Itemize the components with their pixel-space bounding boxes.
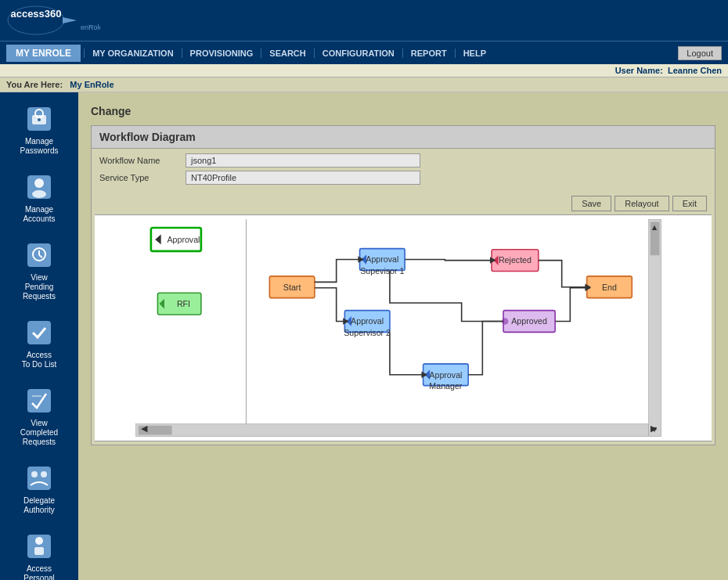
conn-sup2-mgr <box>390 332 423 374</box>
conn-start-sup2 <box>315 288 344 322</box>
view-completed-requests-label: ViewCompletedRequests <box>20 419 58 447</box>
logo-area: access360 enRole <box>6 3 100 38</box>
svg-point-19 <box>31 471 38 477</box>
approval-selected-label: Approval <box>167 235 200 244</box>
access-todo-list-icon <box>23 317 55 348</box>
scroll-right-icon[interactable]: ▶ <box>651 423 658 433</box>
breadcrumb-location[interactable]: My EnRole <box>70 80 114 89</box>
workflow-name-label: Workflow Name <box>99 156 186 165</box>
svg-point-22 <box>35 537 43 545</box>
manage-accounts-label: ManageAccounts <box>23 205 55 224</box>
rejected-label: Rejected <box>499 255 532 265</box>
scroll-left-icon[interactable]: ◀ <box>141 423 148 433</box>
navbar: MY ENROLE MY ORGANIZATION PROVISIONING S… <box>0 41 728 64</box>
view-pending-requests-icon <box>23 240 55 271</box>
sidebar-item-access-todo-list[interactable]: AccessTo Do List <box>4 312 74 374</box>
workflow-panel: Workflow Diagram Workflow Name jsong1 Se… <box>91 125 715 445</box>
manage-passwords-icon <box>23 103 55 135</box>
nav-my-organization[interactable]: MY ORGANIZATION <box>84 49 181 58</box>
logout-button[interactable]: Logout <box>678 46 722 60</box>
conn-mgr-approved <box>468 321 503 374</box>
workflow-diagram-title: Workflow Diagram <box>92 126 715 149</box>
nav-help[interactable]: HELP <box>455 49 494 58</box>
supervisor1-label: Supevisor 1 <box>360 266 404 276</box>
svg-point-10 <box>32 190 46 198</box>
username: Leanne Chen <box>668 66 722 75</box>
access-personal-info-icon <box>23 531 55 562</box>
svg-rect-18 <box>27 467 51 490</box>
save-button[interactable]: Save <box>571 196 611 211</box>
approval-sup2-label: Approval <box>351 316 384 326</box>
nav-provisioning[interactable]: PROVISIONING <box>182 49 261 58</box>
logo-svg: access360 enRole <box>6 3 100 38</box>
sidebar-item-manage-accounts[interactable]: ManageAccounts <box>4 167 74 229</box>
start-label: Start <box>283 283 301 292</box>
page-title: Change <box>91 105 715 117</box>
conn-rejected-end <box>539 261 587 287</box>
delegate-authority-label: DelegateAuthority <box>23 496 55 515</box>
svg-rect-15 <box>27 321 51 344</box>
sidebar-item-view-pending-requests[interactable]: ViewPendingRequests <box>4 235 74 306</box>
scrollbar-horizontal[interactable] <box>136 424 649 437</box>
workflow-diagram-container[interactable]: Approval RFI Start Approval Supevisor 1 <box>95 214 712 441</box>
svg-point-9 <box>34 178 44 188</box>
nav-search[interactable]: SEARCH <box>261 49 313 58</box>
manage-passwords-label: ManagePasswords <box>20 137 59 156</box>
my-enrole-tab[interactable]: MY ENROLE <box>6 45 81 62</box>
svg-marker-2 <box>63 17 77 23</box>
conn-start-sup1 <box>315 260 360 283</box>
conn-approved-end <box>555 288 587 322</box>
service-type-label: Service Type <box>99 173 186 182</box>
conn-sup1-rejected <box>405 260 492 261</box>
svg-rect-16 <box>27 389 51 412</box>
workflow-name-value: jsong1 <box>186 153 420 168</box>
access-todo-list-label: AccessTo Do List <box>22 351 56 369</box>
breadcrumb-prefix: You Are Here: <box>6 80 63 89</box>
supervisor2-label: Supervisor 2 <box>344 328 391 337</box>
access-personal-info-label: AccessPersonalInformation <box>20 564 59 580</box>
service-type-row: Service Type NT40Profile <box>99 171 707 185</box>
conn-sup1-approved <box>390 270 503 321</box>
svg-point-7 <box>38 118 41 121</box>
view-completed-requests-icon <box>23 385 55 416</box>
exit-button[interactable]: Exit <box>672 196 707 211</box>
svg-text:access360: access360 <box>10 8 61 20</box>
approval-sup1-label: Approval <box>366 254 398 264</box>
workflow-fields: Workflow Name jsong1 Service Type NT40Pr… <box>92 149 715 193</box>
content-area: Change Workflow Diagram Workflow Name js… <box>78 92 728 580</box>
manager-label: Manager <box>429 381 463 391</box>
breadcrumb: You Are Here: My EnRole <box>0 77 728 92</box>
header: access360 enRole <box>0 0 728 41</box>
approval-mgr-label: Approval <box>429 370 462 380</box>
svg-text:enRole: enRole <box>81 23 100 31</box>
approved-label: Approved <box>511 316 547 326</box>
service-type-value: NT40Profile <box>186 171 420 185</box>
svg-rect-23 <box>34 547 44 555</box>
relayout-button[interactable]: Relayout <box>614 196 669 211</box>
scroll-up-icon[interactable]: ▲ <box>651 222 659 232</box>
userbar-label: User Name: <box>615 66 663 75</box>
sidebar-item-delegate-authority[interactable]: DelegateAuthority <box>4 458 74 520</box>
delegate-authority-icon <box>23 463 55 494</box>
sidebar-item-view-completed-requests[interactable]: ViewCompletedRequests <box>4 380 74 452</box>
workflow-name-row: Workflow Name jsong1 <box>99 153 707 168</box>
manage-accounts-icon <box>23 171 55 203</box>
nav-configuration[interactable]: CONFIGURATION <box>314 49 402 58</box>
workflow-toolbar: Save Relayout Exit <box>92 193 715 214</box>
workflow-diagram-svg: Approval RFI Start Approval Supevisor 1 <box>95 215 712 441</box>
end-label: End <box>602 283 617 292</box>
nav-report[interactable]: REPORT <box>402 49 455 58</box>
sidebar: ManagePasswords ManageAccounts <box>0 92 78 580</box>
main-layout: ManagePasswords ManageAccounts <box>0 92 728 580</box>
sidebar-item-manage-passwords[interactable]: ManagePasswords <box>4 99 74 160</box>
userbar: User Name: Leanne Chen <box>0 64 728 77</box>
svg-point-20 <box>41 471 47 477</box>
sidebar-item-access-personal-info[interactable]: AccessPersonalInformation <box>4 526 74 580</box>
view-pending-requests-label: ViewPendingRequests <box>23 273 56 301</box>
rfi-label: RFI <box>177 299 190 308</box>
